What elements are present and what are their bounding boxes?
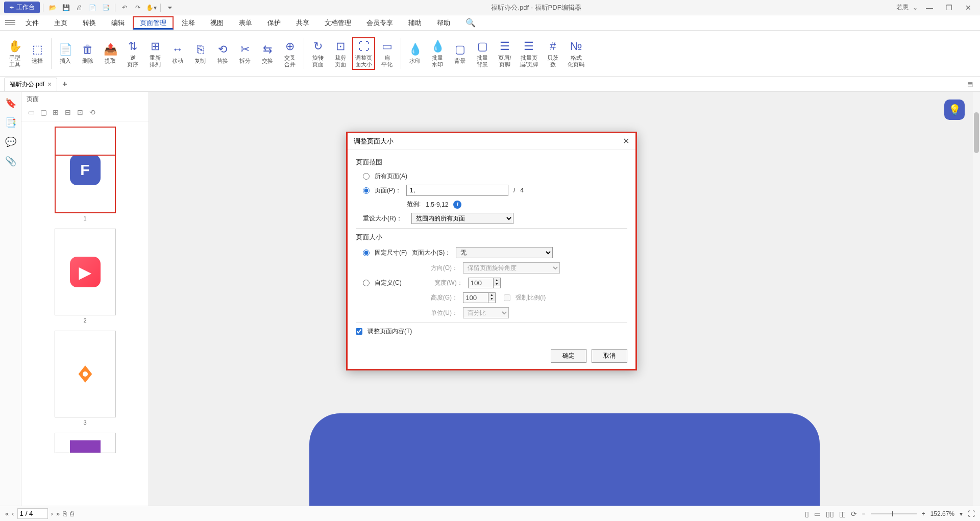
split-page[interactable]: ✂拆分 xyxy=(234,40,256,66)
menu-protect[interactable]: 保护 xyxy=(260,16,288,30)
vertical-scrollbar[interactable] xyxy=(973,92,980,506)
hint-button[interactable]: 💡 xyxy=(944,100,965,120)
format-pagenum[interactable]: №格式化页码 xyxy=(565,37,587,70)
redo-icon[interactable]: ↷ xyxy=(132,2,144,14)
cross-merge[interactable]: ⊕交叉合并 xyxy=(279,37,301,70)
adjust-content-checkbox[interactable] xyxy=(356,328,362,335)
close-button[interactable]: ✕ xyxy=(961,2,976,14)
hamburger-icon[interactable] xyxy=(5,20,15,25)
print-icon[interactable]: 🖨 xyxy=(73,2,85,14)
save-icon[interactable]: 💾 xyxy=(60,2,72,14)
reverse-order[interactable]: ⇅逆页序 xyxy=(122,37,143,70)
rearrange[interactable]: ⊞重新排列 xyxy=(144,37,166,70)
menu-file[interactable]: 文件 xyxy=(18,16,46,30)
nav-tool-2[interactable]: ⎙ xyxy=(70,510,74,517)
swap-page[interactable]: ⇆交换 xyxy=(257,40,278,66)
thumb-tool-1[interactable]: ▭ xyxy=(27,108,36,117)
user-name[interactable]: 若愚 xyxy=(896,3,909,12)
menu-annotate[interactable]: 注释 xyxy=(175,16,202,30)
workspace-button[interactable]: ✒ 工作台 xyxy=(4,2,40,13)
thumb-tool-2[interactable]: ▢ xyxy=(39,108,48,117)
zoom-in-icon[interactable]: + xyxy=(922,510,925,517)
thumb-tool-3[interactable]: ⊞ xyxy=(51,108,60,117)
batch-watermark[interactable]: 💧批量水印 xyxy=(427,37,448,70)
zoom-slider[interactable] xyxy=(871,513,917,514)
thumb-1[interactable]: F 1 xyxy=(55,127,116,221)
batch-header-footer[interactable]: ☰批量页眉/页脚 xyxy=(517,37,541,70)
last-page-icon[interactable]: » xyxy=(56,510,60,517)
replace-page[interactable]: ⟲替换 xyxy=(212,40,233,66)
fixed-radio[interactable] xyxy=(363,250,370,256)
attach-icon[interactable]: 📎 xyxy=(5,155,17,167)
undo-icon[interactable]: ↶ xyxy=(118,2,131,14)
fullscreen-icon[interactable]: ⛶ xyxy=(968,510,975,518)
info-icon[interactable]: i xyxy=(453,201,461,209)
prev-page-icon[interactable]: ‹ xyxy=(12,510,14,517)
nav-tool-1[interactable]: ⎘ xyxy=(63,510,67,517)
resize-select[interactable]: 范围内的所有页面 xyxy=(411,213,513,224)
insert-page[interactable]: 📄插入 xyxy=(55,40,76,66)
select-tool[interactable]: ⬚选择 xyxy=(27,40,48,66)
dialog-close-icon[interactable]: ✕ xyxy=(623,136,629,146)
delete-page[interactable]: 🗑删除 xyxy=(77,40,99,66)
menu-convert[interactable]: 转换 xyxy=(76,16,103,30)
thumb-4[interactable] xyxy=(55,433,116,453)
menu-assist[interactable]: 辅助 xyxy=(401,16,429,30)
view-single-icon[interactable]: ▯ xyxy=(805,510,809,518)
resize-page[interactable]: ⛶调整页面大小 xyxy=(352,37,375,70)
pages-icon[interactable]: 📑 xyxy=(5,116,17,129)
menu-form[interactable]: 表单 xyxy=(232,16,259,30)
export-icon[interactable]: 📄 xyxy=(86,2,99,14)
comments-icon[interactable]: 💬 xyxy=(5,136,17,148)
header-footer[interactable]: ☰页眉/页脚 xyxy=(494,37,516,70)
rotate-page[interactable]: ↻旋转页面 xyxy=(307,37,329,70)
thumb-tool-5[interactable]: ⊡ xyxy=(76,108,85,117)
all-pages-radio[interactable] xyxy=(363,173,370,180)
background[interactable]: ▢背景 xyxy=(449,40,471,66)
open-icon[interactable]: 📂 xyxy=(46,2,59,14)
close-tab-icon[interactable]: × xyxy=(47,80,52,88)
copy-page[interactable]: ⎘复制 xyxy=(189,40,211,66)
menu-vip[interactable]: 会员专享 xyxy=(359,16,400,30)
menu-share[interactable]: 共享 xyxy=(289,16,316,30)
thumb-list[interactable]: F 1 ▶ 2 3 xyxy=(21,121,149,506)
ok-button[interactable]: 确定 xyxy=(551,349,586,363)
cancel-button[interactable]: 取消 xyxy=(592,349,627,363)
panel-toggle-icon[interactable]: ▤ xyxy=(964,78,976,90)
extract-page[interactable]: 📤提取 xyxy=(100,40,121,66)
menu-page-manage[interactable]: 页面管理 xyxy=(133,16,174,30)
zoom-dropdown-icon[interactable]: ▾ xyxy=(960,510,963,517)
bookmark-icon[interactable]: 🔖 xyxy=(5,97,17,109)
pagesize-select[interactable]: 无 xyxy=(456,247,553,258)
view-rotate-icon[interactable]: ⟳ xyxy=(851,510,857,518)
menu-help[interactable]: 帮助 xyxy=(430,16,457,30)
batch-background[interactable]: ▢批量背景 xyxy=(472,37,493,70)
add-tab-button[interactable]: + xyxy=(62,80,67,89)
hand-dropdown-icon[interactable]: ✋▾ xyxy=(145,2,157,14)
file-tab[interactable]: 福昕办公.pdf × xyxy=(4,78,57,91)
custom-radio[interactable] xyxy=(363,280,370,286)
overflow-icon[interactable]: ⏷ xyxy=(164,2,176,14)
page-radio[interactable] xyxy=(363,187,370,194)
thumb-2[interactable]: ▶ 2 xyxy=(55,229,116,324)
zoom-out-icon[interactable]: − xyxy=(862,510,866,517)
page-input[interactable] xyxy=(406,185,508,196)
page-box[interactable] xyxy=(17,508,48,519)
menu-home[interactable]: 主页 xyxy=(47,16,75,30)
thumb-tool-6[interactable]: ⟲ xyxy=(88,108,97,117)
thumb-tool-4[interactable]: ⊟ xyxy=(63,108,72,117)
watermark[interactable]: 💧水印 xyxy=(404,40,426,66)
bates-number[interactable]: #贝茨数 xyxy=(542,37,564,70)
maximize-button[interactable]: ❐ xyxy=(941,2,957,14)
hand-tool[interactable]: ✋手型工具 xyxy=(4,37,26,70)
view-two-cont-icon[interactable]: ◫ xyxy=(839,510,846,518)
minimize-button[interactable]: — xyxy=(922,2,937,14)
menu-edit[interactable]: 编辑 xyxy=(104,16,132,30)
menu-view[interactable]: 视图 xyxy=(203,16,231,30)
view-two-icon[interactable]: ▯▯ xyxy=(826,510,834,518)
view-cont-icon[interactable]: ▭ xyxy=(814,510,821,518)
menu-docmgmt[interactable]: 文档管理 xyxy=(317,16,358,30)
crop-page[interactable]: ⊡裁剪页面 xyxy=(330,37,351,70)
thumb-3[interactable]: 3 xyxy=(55,331,116,426)
next-page-icon[interactable]: › xyxy=(51,510,53,517)
